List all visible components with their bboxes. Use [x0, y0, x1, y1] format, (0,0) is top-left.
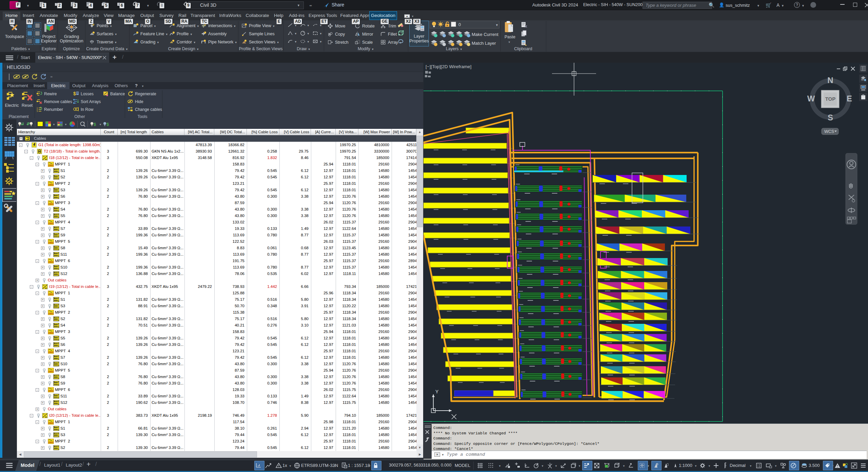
svg-text:3: 3	[37, 110, 38, 112]
svg-text:[−][Top][2D Wireframe]: [−][Top][2D Wireframe]	[426, 64, 471, 69]
svg-text:N: N	[827, 76, 833, 85]
svg-text:TOP: TOP	[825, 96, 836, 102]
svg-text:W: W	[807, 94, 815, 103]
svg-text:$: $	[73, 91, 76, 96]
svg-text:WCS: WCS	[824, 129, 834, 134]
svg-text:S: S	[828, 113, 833, 122]
svg-text:Y: Y	[435, 389, 439, 394]
svg-text:$: $	[106, 122, 109, 127]
svg-text:$: $	[94, 122, 96, 127]
svg-text:E: E	[847, 94, 852, 103]
svg-text:±: ±	[83, 121, 85, 123]
